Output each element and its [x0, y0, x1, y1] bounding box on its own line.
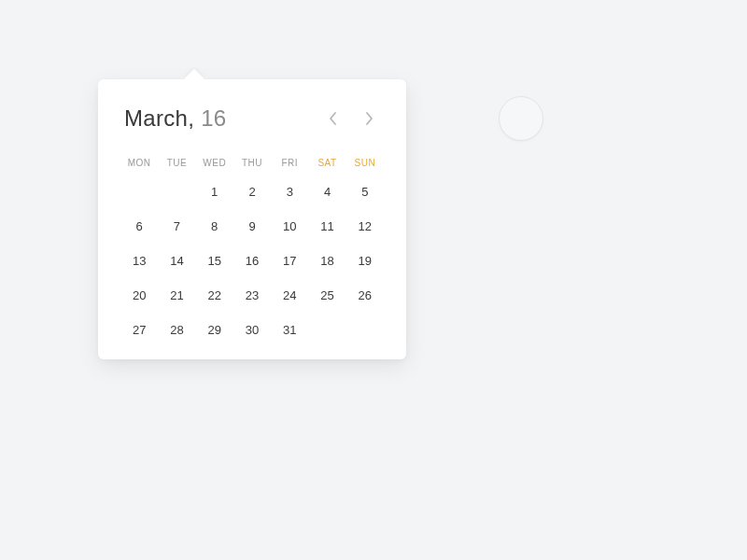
day-cell-1[interactable]: 1 [196, 185, 233, 199]
day-cell-8[interactable]: 8 [196, 219, 233, 233]
day-header-mon: MON [120, 158, 158, 168]
day-header-fri: FRI [271, 158, 308, 168]
year-label: 16 [201, 105, 226, 131]
day-cell-24[interactable]: 24 [271, 288, 308, 302]
day-header-thu: THU [233, 158, 271, 168]
nav-buttons [324, 109, 384, 128]
day-cell-4[interactable]: 4 [308, 185, 345, 199]
day-cell-12[interactable]: 12 [346, 219, 384, 233]
day-cell-26[interactable]: 26 [346, 288, 384, 302]
empty-cell [120, 185, 158, 199]
day-cell-14[interactable]: 14 [158, 254, 195, 268]
day-cell-19[interactable]: 19 [346, 254, 384, 268]
day-cell-16[interactable]: 16 [233, 254, 271, 268]
day-cell-15[interactable]: 15 [196, 254, 233, 268]
day-cell-27[interactable]: 27 [120, 323, 158, 337]
day-header-sat: SAT [308, 158, 345, 168]
circle-button[interactable] [499, 96, 543, 141]
day-cell-7[interactable]: 7 [158, 219, 195, 233]
day-cell-23[interactable]: 23 [233, 288, 271, 302]
chevron-right-icon [364, 111, 374, 126]
day-cell-18[interactable]: 18 [308, 254, 345, 268]
days-grid: 1234567891011121314151617181920212223242… [120, 185, 384, 337]
day-cell-25[interactable]: 25 [308, 288, 345, 302]
next-month-button[interactable] [359, 109, 378, 128]
day-cell-2[interactable]: 2 [233, 185, 271, 199]
day-cell-6[interactable]: 6 [120, 219, 158, 233]
day-header-sun: SUN [346, 158, 384, 168]
day-cell-30[interactable]: 30 [233, 323, 271, 337]
calendar-popover: March, 16 MONTUEWEDTHUFRISATSUN 12345678… [98, 79, 406, 359]
calendar-header: March, 16 [120, 105, 384, 132]
prev-month-button[interactable] [324, 109, 343, 128]
day-cell-13[interactable]: 13 [120, 254, 158, 268]
month-year-title: March, 16 [124, 105, 226, 132]
day-cell-17[interactable]: 17 [271, 254, 308, 268]
day-cell-22[interactable]: 22 [196, 288, 233, 302]
chevron-left-icon [329, 111, 338, 126]
day-cell-5[interactable]: 5 [346, 185, 384, 199]
empty-cell [158, 185, 195, 199]
day-header-tue: TUE [158, 158, 195, 168]
month-label: March, [124, 105, 194, 131]
day-cell-29[interactable]: 29 [196, 323, 233, 337]
day-cell-28[interactable]: 28 [158, 323, 195, 337]
day-cell-10[interactable]: 10 [271, 219, 308, 233]
day-cell-20[interactable]: 20 [120, 288, 158, 302]
day-cell-31[interactable]: 31 [271, 323, 308, 337]
day-cell-3[interactable]: 3 [271, 185, 308, 199]
day-cell-21[interactable]: 21 [158, 288, 195, 302]
day-headers-row: MONTUEWEDTHUFRISATSUN [120, 158, 384, 168]
day-cell-11[interactable]: 11 [308, 219, 345, 233]
day-header-wed: WED [196, 158, 233, 168]
day-cell-9[interactable]: 9 [233, 219, 271, 233]
